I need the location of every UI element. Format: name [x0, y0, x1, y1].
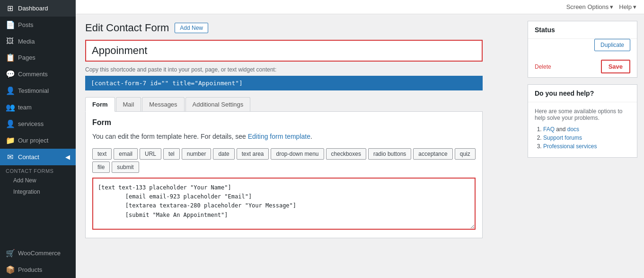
topbar: Screen Options ▾ Help ▾	[76, 0, 644, 14]
tag-button-date[interactable]: date	[213, 148, 234, 160]
sidebar-item-team[interactable]: 👥 team	[0, 99, 76, 116]
sidebar-item-label: Our project	[18, 137, 48, 144]
form-help-text: You can edit the form template here. For…	[92, 132, 476, 142]
help-links-list: FAQ and docs Support forums Professional…	[535, 126, 630, 150]
testimonial-icon: 👤	[6, 86, 14, 95]
help-text-part1: You can edit the form template here. For…	[92, 133, 248, 140]
sidebar-item-label: WooCommerce	[18, 250, 61, 257]
form-title-input[interactable]	[85, 40, 483, 62]
help-list-item-3: Professional services	[543, 143, 630, 150]
tab-messages[interactable]: Messages	[142, 97, 184, 111]
tag-button-acceptance[interactable]: acceptance	[413, 148, 452, 160]
support-forums-link[interactable]: Support forums	[543, 135, 582, 141]
sidebar-item-products[interactable]: 📦 Products	[0, 261, 76, 278]
tag-button-email[interactable]: email	[114, 148, 138, 160]
sidebar-item-label: servicess	[18, 120, 44, 127]
help-text-part2: .	[310, 133, 312, 140]
sidebar-item-label: Dashboard	[18, 5, 48, 12]
sidebar-item-contact[interactable]: ✉ Contact ◀	[0, 149, 76, 165]
screen-options-button[interactable]: Screen Options ▾	[566, 3, 614, 10]
docs-link[interactable]: docs	[567, 126, 579, 133]
sidebar-item-pages[interactable]: 📋 Pages	[0, 49, 76, 66]
comments-icon: 💬	[6, 70, 14, 79]
main-area: Screen Options ▾ Help ▾ Edit Contact For…	[76, 0, 644, 278]
tag-button-submit[interactable]: submit	[112, 161, 139, 173]
sidebar-item-comments[interactable]: 💬 Comments	[0, 66, 76, 82]
contact-icon: ✉	[6, 152, 14, 161]
sidebar-item-servicess[interactable]: 👤 servicess	[0, 116, 76, 132]
sidebar-item-label: Comments	[18, 71, 48, 78]
add-new-button[interactable]: Add New	[175, 23, 208, 33]
posts-icon: 📄	[6, 20, 14, 29]
team-icon: 👥	[6, 103, 14, 112]
main-content: Edit Contact Form Add New Copy this shor…	[76, 14, 521, 278]
tab-form[interactable]: Form	[85, 97, 115, 112]
sidebar-sub-integration[interactable]: Integration	[0, 186, 76, 197]
page-title: Edit Contact Form	[85, 22, 169, 34]
editing-form-template-link[interactable]: Editing form template	[248, 133, 310, 140]
help-meta-box: Do you need help? Here are some availabl…	[528, 84, 637, 158]
project-icon: 📁	[6, 136, 14, 145]
sidebar-item-woocommerce[interactable]: 🛒 WooCommerce	[0, 245, 76, 261]
sidebar-item-posts[interactable]: 📄 Posts	[0, 17, 76, 33]
sidebar-sub-add-new[interactable]: Add New	[0, 175, 76, 186]
form-tabs: Form Mail Messages Additional Settings	[85, 97, 483, 112]
help-arrow-icon: ▾	[633, 3, 636, 10]
save-button[interactable]: Save	[601, 60, 630, 73]
tag-button-quiz[interactable]: quiz	[455, 148, 476, 160]
contact-forms-section: Contact Forms	[0, 165, 76, 175]
pages-icon: 📋	[6, 53, 14, 62]
sidebar-item-dashboard[interactable]: ⊞ Dashboard	[0, 0, 76, 17]
professional-services-link[interactable]: Professional services	[543, 143, 597, 150]
status-box-title: Status	[528, 21, 637, 39]
sidebar-item-media[interactable]: 🖼 Media	[0, 33, 76, 49]
help-label: Help	[619, 3, 632, 10]
tag-button-checkboxes[interactable]: checkboxes	[326, 148, 366, 160]
media-icon: 🖼	[6, 37, 14, 45]
shortcode-bar[interactable]: [contact-form-7 id="" title="Appoinment"…	[85, 76, 483, 90]
right-sidebar: Status Duplicate Delete Save Do you need…	[521, 14, 644, 278]
screen-options-label: Screen Options	[566, 3, 609, 10]
tag-button-radio-buttons[interactable]: radio buttons	[368, 148, 411, 160]
tag-button-text[interactable]: text	[92, 148, 112, 160]
sidebar-item-our-project[interactable]: 📁 Our project	[0, 132, 76, 149]
woocommerce-icon: 🛒	[6, 249, 14, 258]
help-list-item-2: Support forums	[543, 135, 630, 141]
shortcode-hint: Copy this shortcode and paste it into yo…	[85, 66, 512, 73]
tab-additional-settings[interactable]: Additional Settings	[185, 97, 251, 111]
tag-button-text-area[interactable]: text area	[237, 148, 269, 160]
sidebar-item-label: Pages	[18, 54, 35, 61]
help-button[interactable]: Help ▾	[619, 3, 636, 10]
duplicate-button[interactable]: Duplicate	[594, 39, 630, 51]
contact-arrow: ◀	[65, 153, 70, 161]
help-list-item-1: FAQ and docs	[543, 126, 630, 133]
sidebar: ⊞ Dashboard 📄 Posts 🖼 Media 📋 Pages 💬 Co…	[0, 0, 76, 278]
tag-buttons-row: textemailURLtelnumberdatetext areadrop-d…	[92, 148, 476, 173]
status-meta-box: Status Duplicate Delete Save	[528, 21, 637, 78]
tab-mail[interactable]: Mail	[116, 97, 141, 111]
sidebar-item-label: Contact	[18, 153, 39, 161]
tag-button-drop-down-menu[interactable]: drop-down menu	[271, 148, 324, 160]
delete-link[interactable]: Delete	[535, 63, 551, 70]
sidebar-item-testimonial[interactable]: 👤 Testimonial	[0, 82, 76, 99]
sidebar-item-label: Testimonial	[18, 87, 49, 94]
tag-button-URL[interactable]: URL	[140, 148, 161, 160]
help-box-content: Here are some available options to help …	[528, 102, 637, 157]
sidebar-item-label: Posts	[18, 21, 34, 28]
content-wrap: Edit Contact Form Add New Copy this shor…	[76, 14, 644, 278]
dashboard-icon: ⊞	[6, 4, 14, 13]
and-text: and	[556, 126, 567, 133]
page-header: Edit Contact Form Add New	[85, 22, 512, 34]
code-editor[interactable]: [text text-133 placeholder "Your Name"] …	[92, 178, 476, 230]
help-description: Here are some available options to help …	[535, 108, 630, 121]
form-panel-title: Form	[92, 118, 476, 127]
status-actions: Delete Save	[528, 56, 637, 77]
tag-button-tel[interactable]: tel	[163, 148, 180, 160]
form-panel: Form You can edit the form template here…	[85, 112, 483, 238]
tag-button-number[interactable]: number	[182, 148, 212, 160]
sidebar-item-label: team	[18, 104, 32, 111]
screen-options-arrow-icon: ▾	[610, 3, 613, 10]
faq-link[interactable]: FAQ	[543, 126, 555, 133]
servicess-icon: 👤	[6, 119, 14, 128]
tag-button-file[interactable]: file	[92, 161, 110, 173]
